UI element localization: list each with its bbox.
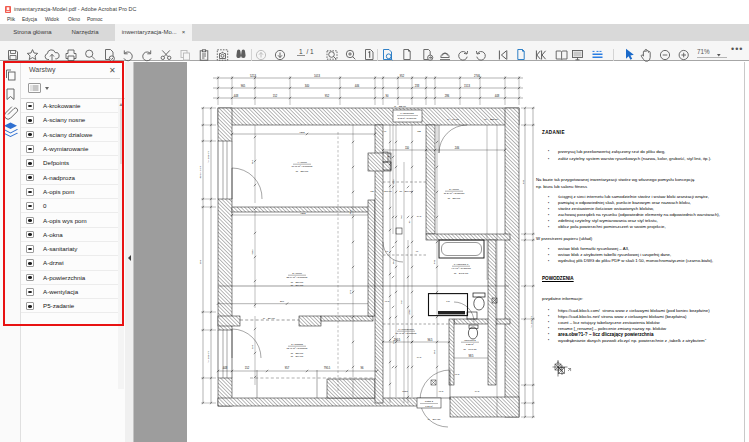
svg-text:110: 110 <box>405 146 410 150</box>
svg-text:hₖ = 254 cm: hₖ = 254 cm <box>263 317 275 319</box>
svg-text:9213: 9213 <box>300 212 306 214</box>
svg-text:74.5: 74.5 <box>475 390 480 392</box>
svg-text:h₂ = 252 cm: h₂ = 252 cm <box>394 105 406 107</box>
svg-text:152: 152 <box>245 366 250 370</box>
svg-text:246: 246 <box>455 146 460 150</box>
svg-text:96: 96 <box>416 250 419 252</box>
svg-text:hₐ = 280 cm: hₐ = 280 cm <box>296 170 308 172</box>
svg-text:łazienka 2: łazienka 2 <box>464 339 476 342</box>
svg-text:hₐ = 280 cm: hₐ = 280 cm <box>291 281 303 283</box>
svg-text:152: 152 <box>273 94 278 98</box>
svg-text:965: 965 <box>241 84 246 88</box>
svg-text:90: 90 <box>408 220 410 223</box>
svg-text:448: 448 <box>495 94 500 98</box>
svg-text:262: 262 <box>433 349 435 354</box>
svg-text:6 | łazienka 1: 6 | łazienka 1 <box>454 263 469 266</box>
svg-text:276: 276 <box>280 300 285 302</box>
svg-text:3165: 3165 <box>251 249 253 255</box>
svg-text:90: 90 <box>386 94 389 98</box>
svg-text:kratka 2: kratka 2 <box>425 400 434 402</box>
svg-text:hₐ = 280 cm: hₐ = 280 cm <box>291 352 303 354</box>
svg-text:h = 252 cm: h = 252 cm <box>207 351 210 363</box>
svg-text:957: 957 <box>370 190 374 192</box>
svg-text:253: 253 <box>251 344 253 349</box>
svg-text:10,46 m² | wysokość: 10,46 m² | wysokość <box>396 332 418 335</box>
svg-text:hₐ = 67,5 cm: hₐ = 67,5 cm <box>464 348 477 351</box>
svg-text:960: 960 <box>400 214 402 218</box>
svg-text:795.5: 795.5 <box>324 366 331 370</box>
svg-text:443: 443 <box>433 259 435 264</box>
svg-text:233: 233 <box>415 84 420 88</box>
svg-text:443: 443 <box>522 179 525 184</box>
svg-text:2746: 2746 <box>474 74 480 78</box>
svg-text:98.5: 98.5 <box>468 354 474 358</box>
svg-text:152: 152 <box>400 299 402 303</box>
svg-text:952: 952 <box>325 94 330 98</box>
svg-text:190.5: 190.5 <box>394 338 401 342</box>
svg-text:96.5: 96.5 <box>385 300 390 302</box>
svg-text:+ 267 cm: + 267 cm <box>382 190 391 192</box>
svg-text:1013: 1013 <box>314 74 320 78</box>
svg-text:hₐ = 269 cm: hₐ = 269 cm <box>291 284 303 286</box>
svg-text:2746: 2746 <box>408 309 410 315</box>
svg-text:14.5: 14.5 <box>417 215 422 217</box>
svg-text:140: 140 <box>446 300 450 302</box>
svg-text:A: A <box>382 215 384 217</box>
svg-text:96: 96 <box>361 366 364 370</box>
svg-text:hₐ = 280 cm: hₐ = 280 cm <box>400 190 413 193</box>
svg-text:W₁ = 252 cm: W₁ = 252 cm <box>484 118 498 121</box>
svg-text:286: 286 <box>445 94 450 98</box>
svg-text:6 | garderoba: 6 | garderoba <box>400 112 414 114</box>
svg-text:13,41 m² | wysokość: 13,41 m² | wysokość <box>287 347 309 350</box>
svg-text:3,28 m²: 3,28 m² <box>466 343 474 346</box>
svg-text:11,24 m² | wysokość: 11,24 m² | wysokość <box>444 192 466 195</box>
svg-text:1 | przedpokój: 1 | przedpokój <box>398 328 414 331</box>
svg-text:4 | pokój: 4 | pokój <box>297 161 307 164</box>
svg-text:hₐ = 280 cm: hₐ = 280 cm <box>448 197 460 199</box>
svg-text:448: 448 <box>234 94 239 98</box>
svg-text:h = 252 cm: h = 252 cm <box>530 316 533 328</box>
svg-text:340: 340 <box>305 84 310 88</box>
svg-text:16,07 m² | wysokość: 16,07 m² | wysokość <box>292 165 314 168</box>
svg-text:90: 90 <box>386 250 389 252</box>
svg-text:9213: 9213 <box>299 131 305 133</box>
svg-text:446: 446 <box>355 84 360 88</box>
svg-text:252: 252 <box>199 259 202 264</box>
svg-text:272: 272 <box>349 289 351 294</box>
svg-text:5213: 5213 <box>250 74 256 78</box>
svg-text:hₐ = 269 cm: hₐ = 269 cm <box>291 355 303 357</box>
svg-text:96.5: 96.5 <box>427 338 433 342</box>
svg-text:763.5: 763.5 <box>402 390 408 392</box>
svg-text:952: 952 <box>400 74 405 78</box>
svg-text:3 | kuchnia: 3 | kuchnia <box>291 343 304 346</box>
svg-text:23,04 m² | wysokość: 23,04 m² | wysokość <box>287 276 309 279</box>
svg-text:90: 90 <box>384 130 387 132</box>
svg-text:90.5: 90.5 <box>439 390 444 392</box>
svg-text:448: 448 <box>223 366 228 370</box>
svg-text:74.5: 74.5 <box>417 356 422 358</box>
svg-text:4,64 m² | wysokość: 4,64 m² | wysokość <box>451 267 471 270</box>
svg-text:965: 965 <box>251 159 253 164</box>
svg-text:1513: 1513 <box>464 84 470 88</box>
svg-text:5 | pokój: 5 | pokój <box>449 188 459 191</box>
svg-text:h = 252 cm: h = 252 cm <box>207 151 210 163</box>
svg-text:h₁ = 209 cm: h₁ = 209 cm <box>428 418 441 421</box>
svg-text:957: 957 <box>285 366 290 370</box>
svg-text:96.5: 96.5 <box>455 373 460 375</box>
svg-text:960: 960 <box>392 259 394 264</box>
svg-text:h₁ = 74 cm: h₁ = 74 cm <box>447 118 458 121</box>
svg-text:hₐ = 240,5 cm: hₐ = 240,5 cm <box>454 272 468 275</box>
svg-text:góra = 0 cm: góra = 0 cm <box>199 166 202 179</box>
svg-text:2 | pokój: 2 | pokój <box>292 272 302 275</box>
svg-text:152: 152 <box>417 130 421 132</box>
